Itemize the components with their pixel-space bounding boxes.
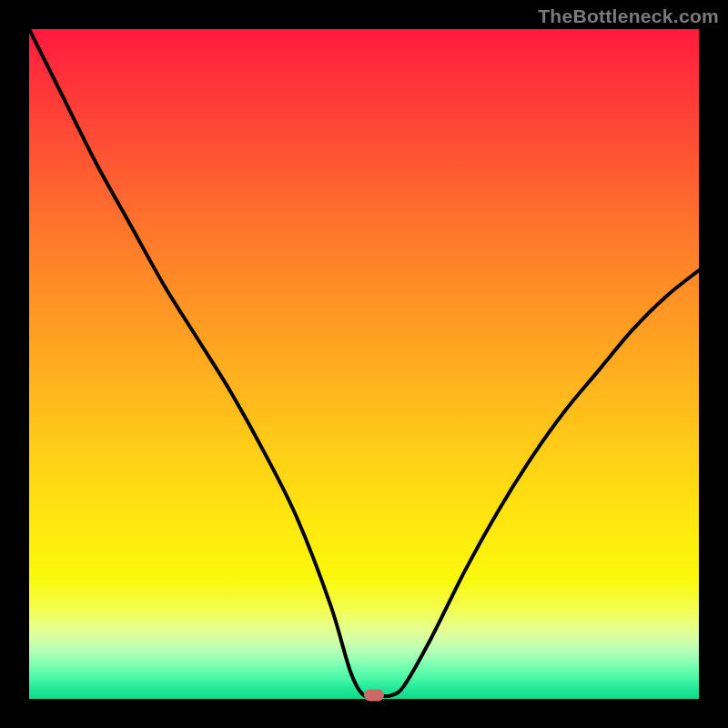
optimal-point-marker (364, 690, 384, 702)
watermark-text: TheBottleneck.com (538, 5, 719, 27)
bottleneck-curve (29, 29, 699, 699)
chart-frame: TheBottleneck.com (0, 0, 728, 728)
plot-area (29, 29, 699, 699)
